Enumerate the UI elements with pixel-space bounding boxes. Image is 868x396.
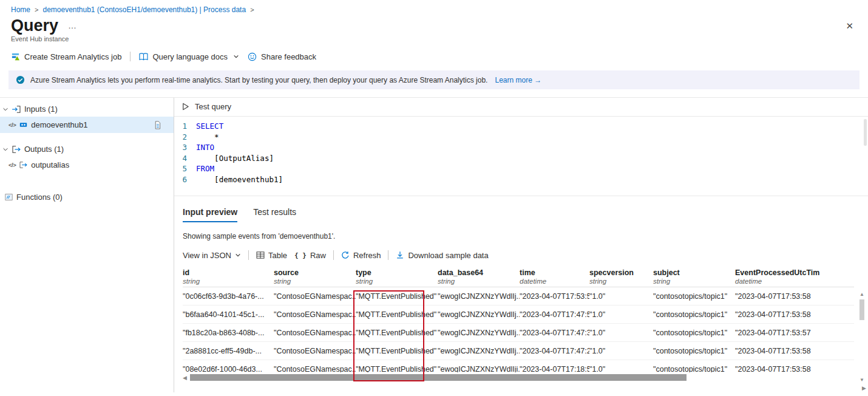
table-cell: "1.0" [589, 347, 653, 355]
table-cell: "MQTT.EventPublished" [356, 292, 438, 301]
breadcrumb-separator: > [250, 6, 254, 13]
refresh-icon [341, 251, 350, 259]
create-stream-analytics-job-button[interactable]: Create Stream Analytics job [11, 52, 121, 61]
table-cell: "ewogICJNZXNzYWdlIj... [438, 292, 520, 301]
smiley-icon [248, 52, 257, 61]
chevron-down-icon [2, 146, 8, 152]
table-cell: "ewogICJNZXNzYWdlIj... [438, 310, 520, 319]
create-job-label: Create Stream Analytics job [24, 52, 121, 61]
table-cell: "2023-04-07T17:53:58 [735, 365, 854, 373]
table-row: "b6faa640-4101-45c1-..."ContosoEGNamespa… [183, 306, 854, 324]
table-cell: "0c06cf63-9d3b-4a76-... [183, 292, 274, 301]
docs-label: Query language docs [152, 52, 228, 61]
table-cell: "2023-04-07T17:53:58 [735, 292, 854, 301]
table-vertical-scrollbar[interactable]: ▲ ▼ [858, 292, 866, 383]
breadcrumb-home-link[interactable]: Home [11, 5, 30, 14]
toolbar-divider [388, 250, 388, 260]
breadcrumb-process-data-link[interactable]: demoeventhub1 (ContosoEH1/demoeventhub1)… [42, 5, 246, 14]
column-type: datetime [735, 278, 848, 285]
table-cell: "contosotopics/topic1" [653, 292, 735, 301]
table-cell: "2023-04-07T17:47:51.... [520, 310, 589, 319]
scroll-up-icon[interactable]: ▲ [860, 292, 864, 297]
table-cell: "1.0" [589, 310, 653, 319]
table-cell: "08e02d6f-1000-46d3... [183, 365, 274, 373]
sidebar-item-outputalias[interactable]: </> outputalias [0, 157, 174, 173]
column-type: string [589, 278, 647, 285]
refresh-button[interactable]: Refresh [341, 251, 381, 260]
column-type: string [356, 278, 432, 285]
test-query-button[interactable]: Test query [181, 102, 231, 111]
scroll-right-icon[interactable]: ▶ [862, 385, 866, 391]
table-cell: "ewogICJNZXNzYWdlIj... [438, 329, 520, 337]
raw-view-button[interactable]: { } Raw [294, 251, 326, 260]
scroll-left-icon[interactable]: ◀ [183, 375, 187, 381]
view-in-json-label: View in JSON [183, 251, 231, 260]
table-cell: "contosotopics/topic1" [653, 310, 735, 319]
sidebar-item-demoeventhub1[interactable]: </> demoeventhub1 [0, 117, 174, 133]
inputs-section-header[interactable]: Inputs (1) [0, 103, 174, 115]
close-icon[interactable]: ✕ [846, 21, 853, 32]
table-cell: "ContosoEGNamespac... [274, 310, 356, 319]
line-number: 6 [174, 174, 187, 185]
page-header: Query … ✕ [0, 14, 868, 35]
check-circle-icon [16, 75, 25, 84]
scroll-down-icon[interactable]: ▼ [860, 377, 864, 383]
test-query-label: Test query [195, 102, 231, 111]
outputs-section-header[interactable]: Outputs (1) [0, 143, 174, 155]
stream-analytics-icon [11, 52, 20, 61]
table-horizontal-scrollbar[interactable]: ◀ [183, 374, 854, 381]
main-panel: Test query 123456 SELECT *INTO [OutputAl… [174, 98, 868, 392]
table-view-button[interactable]: Table [256, 251, 287, 260]
table-cell: "MQTT.EventPublished" [356, 365, 438, 373]
raw-view-label: Raw [310, 251, 326, 260]
inputs-section-label: Inputs (1) [24, 104, 58, 114]
column-name: id [183, 268, 268, 277]
view-in-json-dropdown[interactable]: View in JSON [183, 251, 241, 260]
column-type: datetime [520, 278, 583, 285]
code-line: [demoeventhub1] [196, 174, 283, 185]
table-row: "0c06cf63-9d3b-4a76-..."ContosoEGNamespa… [183, 287, 854, 306]
share-feedback-button[interactable]: Share feedback [248, 52, 316, 61]
arrow-right-icon: → [534, 76, 541, 84]
code-lines: SELECT *INTO [OutputAlias]FROM [demoeven… [196, 121, 283, 191]
table-row: "2a8881cc-eff5-49db-..."ContosoEGNamespa… [183, 342, 854, 360]
banner-text: Azure Stream Analytics lets you perform … [30, 76, 487, 84]
table-row: "08e02d6f-1000-46d3..."ContosoEGNamespac… [183, 360, 854, 372]
learn-more-link[interactable]: Learn more → [495, 76, 541, 84]
horizontal-scroll-thumb[interactable] [190, 374, 687, 381]
table-cell: "2023-04-07T17:53:58 [735, 347, 854, 355]
functions-icon [5, 193, 13, 201]
table-cell: "2023-04-07T17:18:57... [520, 365, 589, 373]
tab-test-results[interactable]: Test results [253, 207, 296, 222]
column-name: source [274, 268, 350, 277]
column-name: EventProcessedUtcTim [735, 268, 848, 277]
column-header-EventProcessedUtcTim: EventProcessedUtcTimdatetime [735, 268, 854, 285]
query-language-docs-button[interactable]: Query language docs [139, 52, 239, 61]
more-options-button[interactable]: … [68, 24, 76, 27]
table-cell: "2023-04-07T17:53:50.... [520, 292, 589, 301]
book-icon [139, 53, 148, 61]
document-icon[interactable] [154, 121, 161, 129]
table-header-row: idstringsourcestringtypestringdata_base6… [183, 268, 854, 287]
preview-tabs: Input preview Test results [183, 207, 868, 222]
line-number: 1 [174, 121, 187, 132]
column-type: string [183, 278, 268, 285]
vertical-scroll-thumb[interactable] [860, 299, 864, 320]
line-number: 3 [174, 142, 187, 153]
column-name: type [356, 268, 432, 277]
download-sample-data-button[interactable]: Download sample data [396, 251, 488, 260]
page-subtitle: Event Hub instance [0, 35, 868, 43]
column-header-id: idstring [183, 268, 274, 285]
column-name: specversion [589, 268, 647, 277]
functions-section-header[interactable]: Functions (0) [0, 193, 174, 202]
table-cell: "ContosoEGNamespac... [274, 292, 356, 301]
toolbar-divider [248, 250, 249, 260]
query-editor[interactable]: 123456 SELECT *INTO [OutputAlias]FROM [d… [174, 117, 868, 196]
table-cell: "2023-04-07T17:47:37.... [520, 329, 589, 337]
functions-section-label: Functions (0) [16, 193, 63, 202]
editor-scrollbar[interactable] [864, 119, 867, 146]
table-cell: "1.0" [589, 292, 653, 301]
chevron-down-icon [233, 53, 239, 60]
outputs-section-label: Outputs (1) [24, 145, 64, 154]
tab-input-preview[interactable]: Input preview [183, 207, 237, 222]
